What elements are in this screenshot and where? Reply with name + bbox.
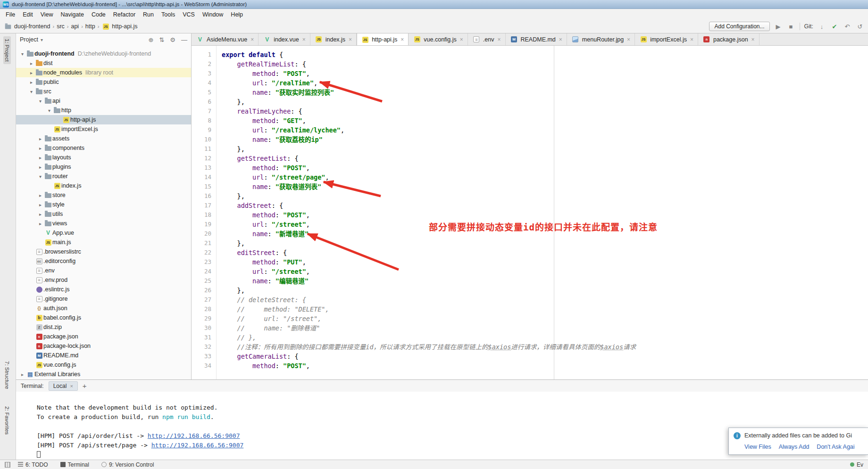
tree-item[interactable]: .eslintrc.js [16,285,191,294]
tree-item[interactable]: MREADME.md [16,351,191,360]
tree-item[interactable]: npackage-lock.json [16,341,191,351]
tree-item[interactable]: ▸store [16,190,191,200]
tree-item[interactable]: ▸layouts [16,153,191,162]
tool-button-structure[interactable]: 7: Structure [3,359,11,391]
tree-item[interactable]: ▸utils [16,209,191,219]
chevron-right-icon[interactable]: ▸ [37,165,44,170]
tab-close-icon[interactable]: × [460,36,463,43]
editor-tab[interactable]: Vindex.vue× [259,33,310,45]
menu-item-file[interactable]: File [2,10,19,19]
tree-item[interactable]: ▾router [16,172,191,181]
git-commit-icon[interactable]: ✔ [830,23,839,30]
git-update-icon[interactable]: ↓ [818,23,826,30]
tree-item[interactable]: ▸dist [16,58,191,68]
editor-tab[interactable]: VAsideMenu.vue× [192,33,259,45]
notification-action-always-add[interactable]: Always Add [779,444,810,450]
tree-item[interactable]: ▸views [16,219,191,228]
menu-item-code[interactable]: Code [88,10,109,19]
tree-item[interactable]: ▾api [16,96,191,106]
chevron-down-icon[interactable]: ▾ [19,51,26,57]
tree-item[interactable]: ▸▤External Libraries [16,370,191,379]
toolwindow-switcher-icon[interactable] [5,462,10,468]
tree-item[interactable]: JShttp-api.js [16,115,191,124]
chevron-right-icon[interactable]: ▸ [28,80,35,85]
editor-tab[interactable]: npackage.json× [698,33,760,45]
statusbar-item-terminal[interactable]: Terminal [60,461,89,468]
chevron-down-icon[interactable]: ▾ [28,89,35,94]
history-icon[interactable]: ↺ [856,23,864,30]
tree-item[interactable]: ▸plugins [16,162,191,172]
tool-button-favorites[interactable]: 2: Favorites [3,404,11,437]
menu-item-vcs[interactable]: VCS [179,10,199,19]
tree-item[interactable]: JSimportExcel.js [16,124,191,134]
locate-icon[interactable]: ⊕ [149,36,154,43]
tree-item[interactable]: ▾duoji-frontendD:\zheheWeb\duoji-fronten… [16,49,191,58]
settings-gear-icon[interactable]: ⚙ [170,36,175,43]
statusbar-item-todo[interactable]: 6: TODO [18,461,48,468]
play-icon[interactable]: ▶ [774,23,783,30]
editor-tab[interactable]: ≡.env× [468,33,506,45]
tab-close-icon[interactable]: × [497,36,501,43]
chevron-right-icon[interactable]: ▸ [37,202,44,207]
tree-item[interactable]: Zdist.zip [16,322,191,332]
breadcrumb-item[interactable]: http [85,23,95,30]
editor-tab[interactable]: JShttp-api.js× [357,33,409,46]
menu-item-window[interactable]: Window [199,10,227,19]
tree-item[interactable]: JSvue.config.js [16,360,191,370]
chevron-right-icon[interactable]: ▸ [28,61,35,66]
code-editor[interactable]: 1export default {2 getRealTimeList: {3 m… [192,46,868,379]
editor-tab[interactable]: MREADME.md× [506,33,567,45]
tree-item[interactable]: ▾http [16,106,191,115]
menu-item-view[interactable]: View [37,10,57,19]
notification-action-don-t-ask-agai[interactable]: Don't Ask Agai [817,444,854,450]
tree-item[interactable]: JSindex.js [16,181,191,190]
menu-item-refactor[interactable]: Refactor [109,10,139,19]
chevron-down-icon[interactable]: ▾ [37,174,44,179]
tree-item[interactable]: JSmain.js [16,238,191,247]
terminal-link[interactable]: http://192.168.66.56:9007 [148,432,240,439]
chevron-down-icon[interactable]: ▾ [41,37,43,42]
tab-close-icon[interactable]: × [70,383,73,389]
tree-item[interactable]: ≡.gitignore [16,294,191,304]
terminal-tab-local[interactable]: Local × [49,381,78,391]
tab-close-icon[interactable]: × [349,36,352,43]
tab-close-icon[interactable]: × [250,36,254,43]
tree-item[interactable]: VApp.vue [16,228,191,238]
tab-close-icon[interactable]: × [751,36,755,43]
tab-close-icon[interactable]: × [302,36,306,43]
terminal-link[interactable]: http://192.168.66.56:9007 [151,442,244,449]
chevron-right-icon[interactable]: ▸ [37,136,44,141]
chevron-right-icon[interactable]: ▸ [37,155,44,160]
menu-item-run[interactable]: Run [139,10,158,19]
editor-tab[interactable]: JSimportExcel.js× [635,33,698,45]
chevron-right-icon[interactable]: ▸ [37,221,44,226]
collapse-all-icon[interactable]: ⇅ [159,36,164,43]
editor-tab[interactable]: JSvue.config.js× [409,33,468,45]
tree-item[interactable]: {}auth.json [16,304,191,313]
editor-tab[interactable]: JSindex.js× [310,33,357,45]
menu-item-edit[interactable]: Edit [19,10,37,19]
git-revert-icon[interactable]: ↶ [843,23,851,30]
breadcrumb-item[interactable]: duoji-frontend [4,23,50,30]
chevron-right-icon[interactable]: ▸ [19,372,26,377]
new-terminal-button[interactable]: + [83,382,87,390]
tool-button-project[interactable]: 1: Project [3,36,11,64]
event-log-button[interactable]: Ev [850,461,863,468]
chevron-right-icon[interactable]: ▸ [37,146,44,151]
tree-item[interactable]: ▸node_moduleslibrary root [16,68,191,77]
breadcrumb-item[interactable]: src [57,23,65,30]
stop-icon[interactable]: ■ [787,23,795,30]
tree-item[interactable]: bbabel.config.js [16,313,191,322]
tab-close-icon[interactable]: × [401,36,404,43]
hide-panel-icon[interactable]: — [181,36,187,43]
chevron-right-icon[interactable]: ▸ [28,70,35,75]
tree-item[interactable]: ≡.browserslistrc [16,247,191,256]
editor-tab[interactable]: menuRouter.jpg× [567,33,635,45]
tree-item[interactable]: ▾src [16,87,191,96]
breadcrumb-item[interactable]: JShttp-api.js [101,23,137,30]
tab-close-icon[interactable]: × [559,36,562,43]
tree-item[interactable]: ≡.env [16,266,191,275]
breadcrumb-item[interactable]: api [71,23,79,30]
statusbar-item-version-control[interactable]: 9: Version Control [101,461,154,468]
notification-action-view-files[interactable]: View Files [744,444,771,450]
